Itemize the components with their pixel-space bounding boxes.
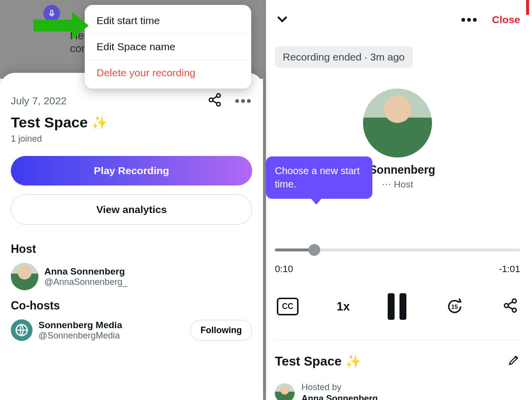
play-recording-button[interactable]: Play Recording xyxy=(11,156,252,185)
joined-count: 1 joined xyxy=(11,134,252,144)
left-pane: Here's conve Edit start time Edit Space … xyxy=(0,0,266,400)
svg-point-10 xyxy=(504,304,508,308)
annotation-arrow xyxy=(33,12,89,39)
share-icon[interactable] xyxy=(207,92,222,109)
menu-item-edit-start-time[interactable]: Edit start time xyxy=(85,8,251,34)
svg-line-12 xyxy=(508,302,512,305)
cohosts-heading: Co-hosts xyxy=(11,299,252,312)
avatar xyxy=(11,319,33,341)
svg-point-9 xyxy=(512,299,516,303)
recording-status-pill: Recording ended · 3m ago xyxy=(275,46,413,68)
cohost-name: Sonnenberg Media xyxy=(38,320,122,331)
cohost-row[interactable]: Sonnenberg Media @SonnenbergMedia Follow… xyxy=(11,319,252,341)
more-options-icon[interactable]: ••• xyxy=(461,13,478,27)
playback-controls: CC 1x 15 xyxy=(275,293,520,320)
more-options-icon[interactable]: ••• xyxy=(235,94,252,108)
sparkle-icon: ✨ xyxy=(92,115,107,130)
pause-button[interactable] xyxy=(388,293,406,320)
right-pane: ••• Close Recording ended · 3m ago a Son… xyxy=(266,0,529,400)
playback-slider[interactable] xyxy=(275,242,520,259)
host-name: Anna Sonnenberg xyxy=(44,266,127,277)
slider-thumb[interactable] xyxy=(308,244,320,256)
hosted-by-label: Hosted by xyxy=(301,382,378,393)
host-heading: Host xyxy=(11,243,252,256)
menu-item-edit-space-name[interactable]: Edit Space name xyxy=(85,34,251,60)
start-time-tooltip: Choose a new start time. xyxy=(266,156,372,199)
avatar xyxy=(275,383,295,400)
hosted-by-row[interactable]: Hosted by Anna Sonnenberg xyxy=(275,382,520,400)
decorative-edge xyxy=(526,0,529,15)
svg-point-3 xyxy=(209,98,213,102)
space-title: Test Space ✨ xyxy=(275,354,361,369)
svg-text:15: 15 xyxy=(451,304,458,310)
svg-line-6 xyxy=(212,101,217,103)
time-remaining: -1:01 xyxy=(499,264,520,275)
space-title: Test Space ✨ xyxy=(11,114,252,131)
sparkle-icon: ✨ xyxy=(345,354,361,369)
following-button[interactable]: Following xyxy=(190,320,252,341)
svg-point-2 xyxy=(216,94,220,98)
view-analytics-button[interactable]: View analytics xyxy=(11,194,252,225)
captions-button[interactable]: CC xyxy=(277,298,299,315)
host-handle: @AnnaSonnenberg_ xyxy=(44,277,127,287)
avatar xyxy=(363,89,432,157)
avatar xyxy=(11,263,38,290)
svg-point-11 xyxy=(512,308,516,312)
svg-line-5 xyxy=(212,96,217,99)
close-button[interactable]: Close xyxy=(492,14,520,26)
time-elapsed: 0:10 xyxy=(275,264,293,275)
svg-point-4 xyxy=(216,102,220,106)
chevron-down-icon[interactable] xyxy=(275,11,290,28)
menu-item-delete-recording[interactable]: Delete your recording xyxy=(85,60,251,86)
svg-line-13 xyxy=(508,307,512,309)
share-icon[interactable] xyxy=(502,298,518,315)
skip-forward-15-button[interactable]: 15 xyxy=(445,297,465,316)
hosted-by-name: Anna Sonnenberg xyxy=(301,393,378,400)
playback-speed-button[interactable]: 1x xyxy=(336,300,350,313)
more-options-dropdown: Edit start time Edit Space name Delete y… xyxy=(85,5,251,89)
cohost-handle: @SonnenbergMedia xyxy=(38,331,122,341)
space-details-sheet: July 7, 2022 ••• Test Space ✨ 1 joined P… xyxy=(0,73,263,400)
host-row[interactable]: Anna Sonnenberg @AnnaSonnenberg_ xyxy=(11,263,252,290)
divider xyxy=(275,339,520,340)
space-date: July 7, 2022 xyxy=(11,95,66,107)
edit-pencil-icon[interactable] xyxy=(507,354,520,369)
